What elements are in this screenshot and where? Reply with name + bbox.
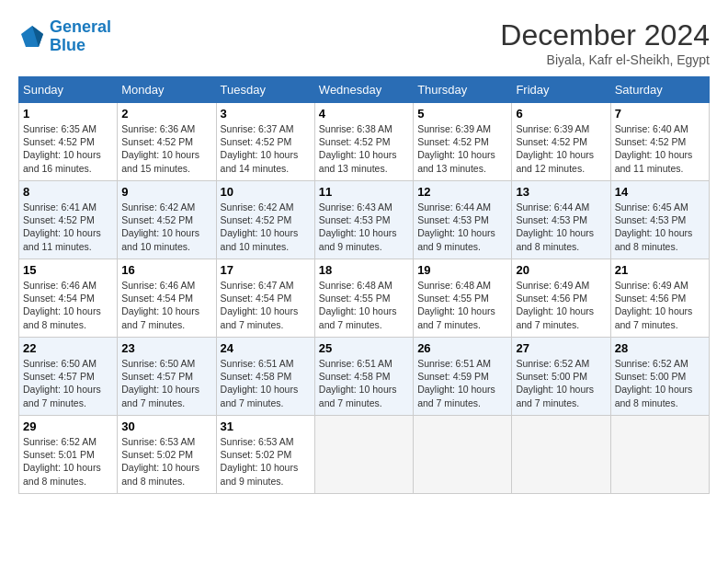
day-number: 17 [221, 263, 311, 277]
day-number: 28 [615, 341, 705, 355]
day-info: Sunrise: 6:46 AM Sunset: 4:54 PM Dayligh… [121, 279, 211, 331]
empty-cell [512, 416, 610, 494]
day-cell-18: 18 Sunrise: 6:48 AM Sunset: 4:55 PM Dayl… [314, 259, 413, 338]
day-cell-26: 26 Sunrise: 6:51 AM Sunset: 4:59 PM Dayl… [414, 338, 512, 416]
calendar-week-1: 1 Sunrise: 6:35 AM Sunset: 4:52 PM Dayli… [19, 103, 710, 181]
day-cell-4: 4 Sunrise: 6:38 AM Sunset: 4:52 PM Dayli… [314, 103, 413, 181]
day-number: 11 [319, 185, 409, 199]
day-number: 13 [516, 185, 606, 199]
day-cell-10: 10 Sunrise: 6:42 AM Sunset: 4:52 PM Dayl… [216, 181, 314, 259]
day-info: Sunrise: 6:43 AM Sunset: 4:53 PM Dayligh… [319, 201, 409, 253]
day-cell-15: 15 Sunrise: 6:46 AM Sunset: 4:54 PM Dayl… [19, 259, 118, 338]
day-cell-16: 16 Sunrise: 6:46 AM Sunset: 4:54 PM Dayl… [118, 259, 216, 338]
day-info: Sunrise: 6:47 AM Sunset: 4:54 PM Dayligh… [221, 279, 311, 331]
day-number: 24 [221, 341, 311, 355]
day-number: 4 [319, 107, 409, 121]
day-info: Sunrise: 6:52 AM Sunset: 5:01 PM Dayligh… [23, 435, 113, 488]
calendar-week-3: 15 Sunrise: 6:46 AM Sunset: 4:54 PM Dayl… [19, 259, 710, 338]
day-info: Sunrise: 6:46 AM Sunset: 4:54 PM Dayligh… [23, 279, 113, 331]
day-cell-20: 20 Sunrise: 6:49 AM Sunset: 4:56 PM Dayl… [512, 259, 610, 338]
header-friday: Friday [512, 77, 610, 103]
day-number: 29 [23, 419, 113, 433]
logo: General Blue [18, 18, 111, 55]
calendar-week-2: 8 Sunrise: 6:41 AM Sunset: 4:52 PM Dayli… [19, 181, 710, 259]
day-info: Sunrise: 6:48 AM Sunset: 4:55 PM Dayligh… [417, 279, 507, 331]
day-number: 20 [516, 263, 606, 277]
location: Biyala, Kafr el-Sheikh, Egypt [500, 52, 710, 67]
day-info: Sunrise: 6:44 AM Sunset: 4:53 PM Dayligh… [417, 201, 507, 253]
page-header: General Blue December 2024 Biyala, Kafr … [18, 18, 710, 67]
day-cell-31: 31 Sunrise: 6:53 AM Sunset: 5:02 PM Dayl… [216, 416, 314, 494]
day-info: Sunrise: 6:39 AM Sunset: 4:52 PM Dayligh… [516, 122, 606, 175]
calendar-header-row: SundayMondayTuesdayWednesdayThursdayFrid… [19, 77, 710, 103]
day-cell-21: 21 Sunrise: 6:49 AM Sunset: 4:56 PM Dayl… [610, 259, 709, 338]
day-cell-6: 6 Sunrise: 6:39 AM Sunset: 4:52 PM Dayli… [512, 103, 610, 181]
day-number: 9 [121, 185, 211, 199]
day-info: Sunrise: 6:37 AM Sunset: 4:52 PM Dayligh… [221, 122, 311, 175]
day-number: 25 [319, 341, 409, 355]
empty-cell [414, 416, 512, 494]
day-number: 12 [417, 185, 507, 199]
day-info: Sunrise: 6:39 AM Sunset: 4:52 PM Dayligh… [417, 122, 507, 175]
day-cell-9: 9 Sunrise: 6:42 AM Sunset: 4:52 PM Dayli… [118, 181, 216, 259]
day-number: 26 [417, 341, 507, 355]
calendar-week-5: 29 Sunrise: 6:52 AM Sunset: 5:01 PM Dayl… [19, 416, 710, 494]
day-cell-29: 29 Sunrise: 6:52 AM Sunset: 5:01 PM Dayl… [19, 416, 118, 494]
day-info: Sunrise: 6:42 AM Sunset: 4:52 PM Dayligh… [221, 201, 311, 253]
day-info: Sunrise: 6:51 AM Sunset: 4:59 PM Dayligh… [417, 357, 507, 409]
day-number: 16 [121, 263, 211, 277]
day-cell-17: 17 Sunrise: 6:47 AM Sunset: 4:54 PM Dayl… [216, 259, 314, 338]
day-cell-1: 1 Sunrise: 6:35 AM Sunset: 4:52 PM Dayli… [19, 103, 118, 181]
day-info: Sunrise: 6:42 AM Sunset: 4:52 PM Dayligh… [121, 201, 211, 253]
day-cell-30: 30 Sunrise: 6:53 AM Sunset: 5:02 PM Dayl… [118, 416, 216, 494]
day-cell-5: 5 Sunrise: 6:39 AM Sunset: 4:52 PM Dayli… [414, 103, 512, 181]
calendar-week-4: 22 Sunrise: 6:50 AM Sunset: 4:57 PM Dayl… [19, 338, 710, 416]
day-cell-11: 11 Sunrise: 6:43 AM Sunset: 4:53 PM Dayl… [314, 181, 413, 259]
day-number: 1 [23, 107, 113, 121]
header-wednesday: Wednesday [314, 77, 413, 103]
empty-cell [314, 416, 413, 494]
day-info: Sunrise: 6:52 AM Sunset: 5:00 PM Dayligh… [516, 357, 606, 409]
day-cell-23: 23 Sunrise: 6:50 AM Sunset: 4:57 PM Dayl… [118, 338, 216, 416]
day-number: 15 [23, 263, 113, 277]
day-cell-22: 22 Sunrise: 6:50 AM Sunset: 4:57 PM Dayl… [19, 338, 118, 416]
day-number: 30 [121, 419, 211, 433]
day-cell-2: 2 Sunrise: 6:36 AM Sunset: 4:52 PM Dayli… [118, 103, 216, 181]
day-cell-19: 19 Sunrise: 6:48 AM Sunset: 4:55 PM Dayl… [414, 259, 512, 338]
day-number: 14 [615, 185, 705, 199]
day-cell-3: 3 Sunrise: 6:37 AM Sunset: 4:52 PM Dayli… [216, 103, 314, 181]
header-thursday: Thursday [414, 77, 512, 103]
day-cell-25: 25 Sunrise: 6:51 AM Sunset: 4:58 PM Dayl… [314, 338, 413, 416]
day-info: Sunrise: 6:44 AM Sunset: 4:53 PM Dayligh… [516, 201, 606, 253]
day-number: 18 [319, 263, 409, 277]
day-number: 3 [221, 107, 311, 121]
day-info: Sunrise: 6:50 AM Sunset: 4:57 PM Dayligh… [121, 357, 211, 409]
day-info: Sunrise: 6:51 AM Sunset: 4:58 PM Dayligh… [319, 357, 409, 409]
empty-cell [610, 416, 709, 494]
day-info: Sunrise: 6:41 AM Sunset: 4:52 PM Dayligh… [23, 201, 113, 253]
day-info: Sunrise: 6:45 AM Sunset: 4:53 PM Dayligh… [615, 201, 705, 253]
day-info: Sunrise: 6:38 AM Sunset: 4:52 PM Dayligh… [319, 122, 409, 175]
day-cell-8: 8 Sunrise: 6:41 AM Sunset: 4:52 PM Dayli… [19, 181, 118, 259]
logo-text: General Blue [50, 18, 111, 55]
day-info: Sunrise: 6:49 AM Sunset: 4:56 PM Dayligh… [615, 279, 705, 331]
day-cell-24: 24 Sunrise: 6:51 AM Sunset: 4:58 PM Dayl… [216, 338, 314, 416]
day-cell-14: 14 Sunrise: 6:45 AM Sunset: 4:53 PM Dayl… [610, 181, 709, 259]
header-monday: Monday [118, 77, 216, 103]
calendar-table: SundayMondayTuesdayWednesdayThursdayFrid… [18, 76, 710, 494]
day-number: 5 [417, 107, 507, 121]
day-number: 27 [516, 341, 606, 355]
day-info: Sunrise: 6:40 AM Sunset: 4:52 PM Dayligh… [615, 122, 705, 175]
day-number: 7 [615, 107, 705, 121]
day-number: 6 [516, 107, 606, 121]
day-number: 23 [121, 341, 211, 355]
day-info: Sunrise: 6:49 AM Sunset: 4:56 PM Dayligh… [516, 279, 606, 331]
day-cell-7: 7 Sunrise: 6:40 AM Sunset: 4:52 PM Dayli… [610, 103, 709, 181]
day-info: Sunrise: 6:53 AM Sunset: 5:02 PM Dayligh… [121, 435, 211, 488]
day-info: Sunrise: 6:53 AM Sunset: 5:02 PM Dayligh… [221, 435, 311, 488]
day-number: 21 [615, 263, 705, 277]
day-number: 2 [121, 107, 211, 121]
day-cell-12: 12 Sunrise: 6:44 AM Sunset: 4:53 PM Dayl… [414, 181, 512, 259]
day-cell-28: 28 Sunrise: 6:52 AM Sunset: 5:00 PM Dayl… [610, 338, 709, 416]
day-number: 31 [221, 419, 311, 433]
